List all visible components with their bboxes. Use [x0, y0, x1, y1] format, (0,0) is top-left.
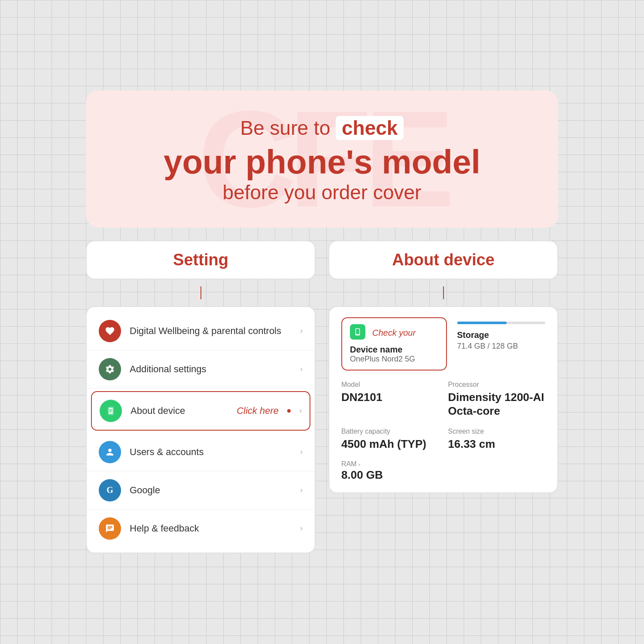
click-here-label: Click here — [237, 405, 279, 416]
about-connector — [443, 286, 444, 299]
about-device-card: Check your Device name OnePlus Nord2 5G … — [328, 306, 558, 493]
settings-header-text: Setting — [173, 251, 228, 269]
settings-item-digital-wellbeing[interactable]: Digital Wellbeing & parental controls › — [87, 312, 315, 350]
digital-wellbeing-chevron: › — [300, 326, 303, 335]
settings-column: Setting Digital Wellbeing & parental con… — [86, 240, 316, 553]
users-chevron: › — [300, 447, 303, 456]
help-chevron: › — [300, 524, 303, 533]
svg-rect-4 — [109, 412, 111, 412]
about-device-chevron: › — [299, 406, 302, 415]
device-name-value: OnePlus Nord2 5G — [350, 355, 438, 364]
digital-wellbeing-icon — [99, 320, 121, 342]
storage-label: Storage — [457, 330, 546, 340]
settings-item-about-device[interactable]: About device Click here › — [91, 391, 310, 431]
settings-connector — [200, 286, 201, 299]
device-top-row: Check your Device name OnePlus Nord2 5G … — [341, 317, 545, 371]
device-icon — [350, 324, 365, 340]
processor-label: Processor — [448, 381, 546, 389]
google-label: Google — [130, 485, 292, 496]
screen-value: 16.33 cm — [448, 437, 546, 451]
banner-highlight: check — [336, 116, 404, 140]
banner-line3: before you order cover — [120, 181, 524, 204]
device-name-label: Device name — [350, 345, 438, 355]
settings-item-google[interactable]: G Google › — [87, 471, 315, 510]
screen-field: Screen size 16.33 cm — [448, 428, 546, 451]
battery-value: 4500 mAh (TYP) — [341, 437, 439, 451]
banner-prefix: Be sure to — [240, 117, 336, 139]
screen-label: Screen size — [448, 428, 546, 435]
ram-chevron-icon: › — [358, 461, 360, 468]
svg-rect-3 — [109, 410, 112, 411]
outer-container: CFE Be sure to check your phone's model … — [86, 91, 558, 553]
model-label: Model — [341, 381, 439, 389]
device-grid: Model DN2101 Processor Dimensity 1200-AI… — [341, 381, 545, 482]
banner-line1: Be sure to check — [120, 116, 524, 140]
settings-item-help[interactable]: Help & feedback › — [87, 510, 315, 547]
about-device-label: About device — [131, 405, 226, 416]
settings-item-users[interactable]: Users & accounts › — [87, 433, 315, 471]
additional-settings-label: Additional settings — [130, 364, 292, 375]
ram-value: 8.00 GB — [341, 468, 439, 482]
battery-field: Battery capacity 4500 mAh (TYP) — [341, 428, 439, 451]
google-chevron: › — [300, 486, 303, 495]
settings-header: Setting — [86, 240, 316, 279]
ram-field[interactable]: RAM › 8.00 GB — [341, 460, 439, 482]
about-device-dot — [287, 409, 291, 413]
digital-wellbeing-label: Digital Wellbeing & parental controls — [130, 325, 292, 337]
google-icon: G — [99, 479, 121, 501]
banner: CFE Be sure to check your phone's model … — [86, 91, 558, 228]
about-header-text: About device — [392, 251, 495, 269]
storage-value: 71.4 GB / 128 GB — [457, 342, 546, 351]
svg-rect-2 — [109, 409, 112, 410]
storage-bar-fill — [457, 322, 507, 324]
additional-settings-chevron: › — [300, 365, 303, 374]
model-field: Model DN2101 — [341, 381, 439, 418]
processor-value: Dimensity 1200-AI Octa-core — [448, 390, 546, 418]
settings-card: Digital Wellbeing & parental controls › … — [86, 306, 316, 553]
users-accounts-icon — [99, 441, 121, 463]
battery-label: Battery capacity — [341, 428, 439, 435]
storage-box: Storage 71.4 GB / 128 GB — [457, 317, 546, 371]
svg-rect-6 — [356, 329, 359, 334]
ram-label: RAM › — [341, 460, 439, 468]
about-column: About device Check y — [328, 240, 558, 493]
banner-line2: your phone's model — [120, 144, 524, 181]
about-device-icon — [100, 400, 122, 422]
check-your-text: Check your — [372, 328, 416, 338]
model-value: DN2101 — [341, 390, 439, 404]
help-label: Help & feedback — [130, 523, 292, 534]
storage-bar-bg — [457, 322, 546, 324]
bottom-section: Setting Digital Wellbeing & parental con… — [86, 240, 558, 553]
device-name-box: Check your Device name OnePlus Nord2 5G — [341, 317, 447, 371]
additional-settings-icon — [99, 358, 121, 380]
users-accounts-label: Users & accounts — [130, 447, 292, 458]
about-header: About device — [328, 240, 558, 279]
settings-item-additional[interactable]: Additional settings › — [87, 350, 315, 389]
processor-field: Processor Dimensity 1200-AI Octa-core — [448, 381, 546, 418]
help-icon — [99, 517, 121, 540]
